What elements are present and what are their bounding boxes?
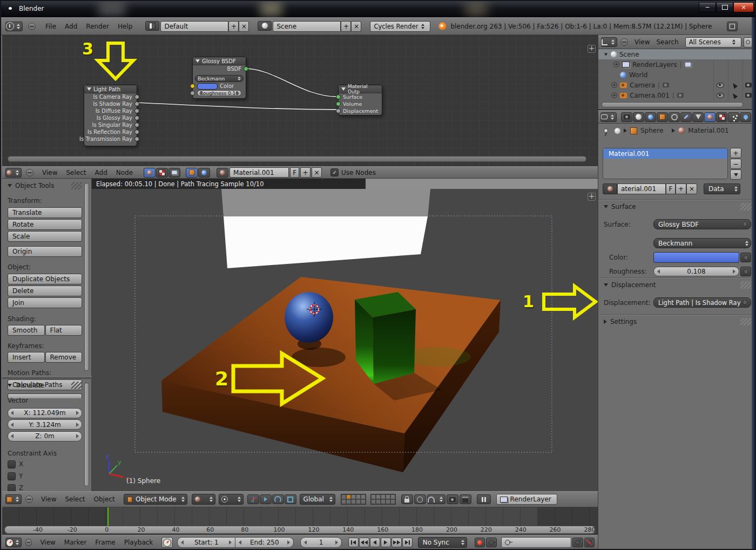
material-name-field[interactable] [617,184,666,194]
tab-scene-icon[interactable] [633,112,644,122]
color-node-link-button[interactable] [740,253,751,262]
pivot-select[interactable] [219,494,244,505]
panel-drag-grip[interactable] [740,281,751,289]
node-collapse-icon[interactable] [87,87,91,91]
tool-button[interactable]: Remove [45,352,83,363]
outliner-row-world[interactable]: World [598,70,756,80]
scene-add-button[interactable]: + [341,21,351,32]
node-output-socket[interactable] [134,137,139,141]
play-reverse-button[interactable] [370,538,380,547]
proportional-edit-icon[interactable] [414,494,426,504]
vector-slider[interactable]: Y: 3.124m [8,419,82,430]
selectability-toggle-icon[interactable] [731,92,738,99]
editor-type-icon[interactable] [5,22,23,31]
axis-checkbox-row[interactable]: X [8,460,82,468]
axis-checkbox-row[interactable]: Y [8,472,82,480]
expander-icon[interactable] [604,53,608,56]
tool-button[interactable]: Rotate [8,219,82,230]
maximize-button[interactable] [716,2,733,12]
use-nodes-toggle[interactable]: ✓ Use Nodes [330,168,376,176]
search-filter-icon[interactable] [744,37,752,47]
orientation-select[interactable]: Global [300,494,335,505]
editor-type-icon[interactable] [5,494,22,504]
fake-user-button[interactable]: F [290,167,299,178]
layout-name-field[interactable] [160,21,228,32]
tool-button[interactable]: Scale [8,231,82,242]
distribution-select[interactable]: Beckmann [653,238,751,248]
collapse-menus-icon[interactable] [28,23,36,30]
fake-user-button[interactable]: F [666,184,676,194]
insert-keyframe-icon[interactable] [572,538,583,547]
prev-keyframe-button[interactable] [359,538,369,547]
material-slot-list[interactable]: Material.001 [603,148,728,179]
tool-button[interactable]: Delete [8,286,82,296]
outliner-hscrollbar[interactable] [602,102,743,107]
material-name-field[interactable] [230,167,289,178]
timeline-ruler[interactable]: -40-200204060801001201401601802002202402… [4,526,596,534]
tab-world-icon[interactable] [645,112,656,122]
close-button[interactable]: × [733,2,754,12]
visibility-toggle-icon[interactable] [717,83,724,88]
menu-item[interactable]: View [631,38,653,46]
record-button[interactable] [475,538,485,547]
expander-icon[interactable]: + [611,82,617,88]
surface-panel-header[interactable]: Surface [604,203,751,211]
cube-right[interactable] [373,309,416,384]
object-context-icon[interactable] [186,168,198,178]
layout-icon[interactable] [145,21,159,31]
tool-button[interactable]: Smooth [8,325,45,336]
bsdf-output-socket[interactable] [244,66,248,71]
material-add-button[interactable]: + [676,184,686,194]
translate-manipulator-icon[interactable] [260,494,272,504]
node-output-socket[interactable] [134,94,139,99]
tool-button[interactable]: Duplicate Objects [8,274,82,284]
tool-button[interactable]: Translate [8,207,82,218]
menu-item[interactable]: Help [113,23,137,30]
tab-physics-icon[interactable] [740,112,751,122]
world-context-icon[interactable] [198,168,210,178]
layout-delete-button[interactable]: × [239,21,249,32]
panel-drag-grip[interactable] [71,382,82,389]
menu-item[interactable]: Frame [91,539,119,546]
collapse-menus-icon[interactable] [26,169,33,176]
next-keyframe-button[interactable] [392,538,402,547]
compositing-nodes-icon[interactable] [168,168,180,178]
tool-shelf-scrollbar[interactable] [84,183,89,371]
region-expand-icon[interactable]: + [588,45,596,53]
volume-input-socket[interactable] [336,101,341,106]
color-swatch[interactable] [197,83,218,90]
viewport-shading-select[interactable] [192,494,215,505]
menu-item[interactable]: File [41,23,60,30]
material-slot-active[interactable]: Material.001 [603,148,727,159]
material-unlink-button[interactable]: × [686,184,697,194]
jump-to-start-button[interactable] [348,538,359,547]
origin-button[interactable]: Origin [8,246,82,257]
color-swatch[interactable] [653,252,739,263]
surface-input-socket[interactable] [336,94,341,99]
play-button[interactable] [381,538,391,547]
data-source-select[interactable]: Data [704,184,740,194]
editor-type-icon[interactable] [600,112,617,122]
slot-add-button[interactable]: + [730,148,741,158]
use-nodes-checkbox[interactable]: ✓ [330,168,339,176]
expander-icon[interactable]: + [611,92,617,98]
node-output-socket[interactable] [134,130,139,134]
visibility-toggle-icon[interactable] [717,93,724,98]
displacement-panel-header[interactable]: Displacement [604,281,751,289]
collapse-menus-icon[interactable] [25,495,33,503]
menu-item[interactable]: View [38,169,62,176]
playback-range-lock-icon[interactable] [161,537,173,548]
mode-select[interactable]: Object Mode [124,494,187,505]
menu-item[interactable]: Add [91,169,112,176]
current-frame-marker[interactable] [107,507,109,526]
renderability-toggle-icon[interactable] [745,83,752,87]
vector-slider[interactable]: X: 112.049m [8,408,82,418]
scale-manipulator-icon[interactable] [285,494,296,504]
translate-panel-scrollbar[interactable] [84,383,89,486]
menu-item[interactable]: Marker [60,539,91,546]
end-frame-field[interactable]: End: 250 [235,537,294,548]
sync-mode-select[interactable]: No Sync [418,537,467,548]
layout-add-button[interactable]: + [228,21,239,32]
display-scope-select[interactable]: All Scenes [685,37,741,47]
breadcrumb-object[interactable]: Sphere [640,127,663,134]
